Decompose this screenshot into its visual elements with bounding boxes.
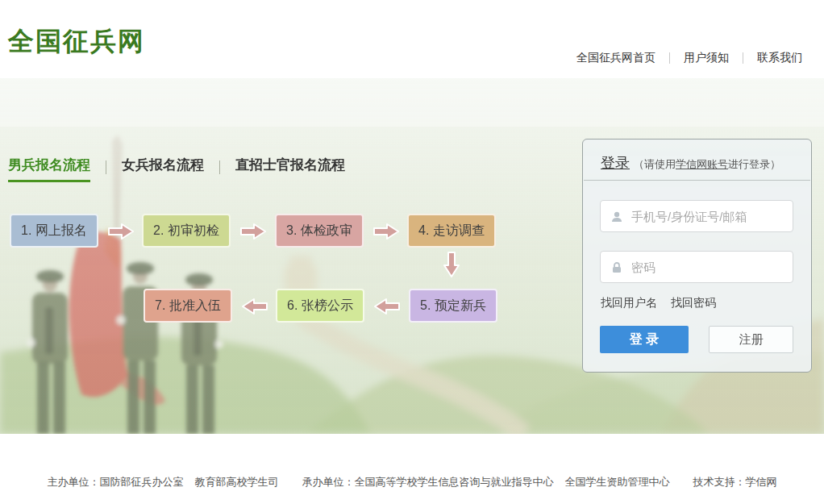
tab-female-enlistment[interactable]: 女兵报名流程 (122, 156, 204, 182)
login-note-suffix: 进行登录） (728, 158, 780, 170)
flow-step-pre-selection: 5. 预定新兵 (409, 289, 497, 323)
nav-home-link[interactable]: 全国征兵网首页 (563, 51, 669, 65)
footer-host-org-2: 教育部高校学生司 (195, 475, 279, 489)
find-username-link[interactable]: 找回用户名 (601, 296, 657, 309)
nav-contact-link[interactable]: 联系我们 (743, 51, 816, 65)
site-header: 全国征兵网 全国征兵网首页 用户须知 联系我们 (0, 0, 824, 78)
password-input[interactable] (601, 252, 793, 282)
login-divider (584, 180, 810, 181)
login-button[interactable]: 登 录 (600, 326, 689, 353)
login-header: 登录（请使用学信网账号进行登录） (583, 140, 811, 173)
site-logo[interactable]: 全国征兵网 (8, 24, 145, 60)
login-panel: 登录（请使用学信网账号进行登录） 找回用户名 找回密码 登 录 注册 (582, 139, 812, 373)
username-field-wrap (600, 200, 793, 232)
flow-step-initial-review: 2. 初审初检 (142, 214, 231, 248)
right-arrow-icon (107, 222, 135, 241)
nav-user-notice-link[interactable]: 用户须知 (670, 51, 743, 65)
footer-organizer-2: 全国学生资助管理中心 (565, 475, 670, 489)
flow-step-approval: 7. 批准入伍 (144, 289, 232, 323)
username-input[interactable] (601, 201, 793, 231)
down-arrow-icon (442, 251, 461, 278)
login-note-prefix: （请使用 (634, 158, 676, 170)
left-arrow-icon (241, 297, 268, 316)
find-password-link[interactable]: 找回密码 (671, 296, 716, 309)
hero-section: 男兵报名流程 女兵报名流程 直招士官报名流程 1. 网上报名 2. 初审初检 3… (0, 78, 824, 434)
flow-step-home-visit: 4. 走访调查 (407, 214, 496, 248)
header-nav: 全国征兵网首页 用户须知 联系我们 (563, 51, 816, 65)
right-arrow-icon (372, 222, 400, 241)
footer-host-org: 主办单位：国防部征兵办公室 (48, 475, 184, 489)
right-arrow-icon (239, 222, 267, 241)
flow-step-online-registration: 1. 网上报名 (10, 214, 98, 248)
flow-step-public-notice: 6. 张榜公示 (276, 289, 364, 323)
left-arrow-icon (373, 297, 401, 316)
tab-divider (106, 160, 106, 174)
register-button[interactable]: 注册 (709, 326, 793, 353)
chsi-account-link[interactable]: 学信网账号 (676, 158, 728, 170)
page-footer: 主办单位：国防部征兵办公室 教育部高校学生司 承办单位：全国高等学校学生信息咨询… (0, 434, 824, 504)
footer-tech-support: 技术支持：学信网 (693, 475, 777, 489)
password-field-wrap (600, 251, 793, 283)
tab-divider (219, 160, 220, 174)
tab-nco-enlistment[interactable]: 直招士官报名流程 (235, 156, 345, 182)
footer-organizer: 承办单位：全国高等学校学生信息咨询与就业指导中心 (302, 475, 554, 489)
account-recovery-links: 找回用户名 找回密码 (601, 296, 726, 310)
login-title: 登录 (601, 155, 630, 171)
flow-tabs: 男兵报名流程 女兵报名流程 直招士官报名流程 (8, 156, 345, 182)
flow-step-physical-political-exam: 3. 体检政审 (275, 214, 364, 248)
tab-male-enlistment[interactable]: 男兵报名流程 (8, 156, 90, 182)
